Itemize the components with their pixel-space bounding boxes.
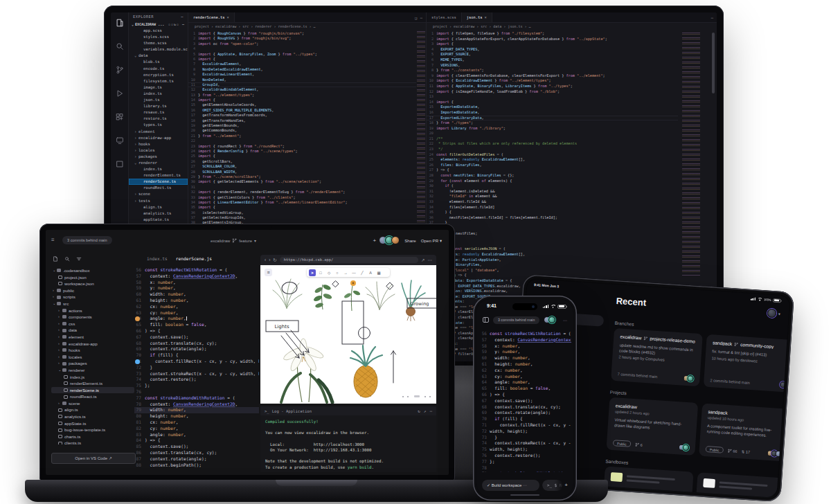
tree-item-roundreact-ts[interactable]: roundReact.ts [51, 393, 134, 400]
source-control-icon[interactable] [115, 65, 125, 75]
more-actions-icon[interactable]: ⋯ [563, 318, 567, 323]
tree-item-align-ts[interactable]: align.ts [129, 204, 188, 210]
tree-item-analytics-ts[interactable]: analytics.ts [51, 413, 134, 420]
refresh-icon[interactable]: ↻ [418, 408, 420, 413]
menu-icon[interactable]: ≡ [265, 269, 272, 276]
chevron-down-icon[interactable]: ▾ [778, 312, 780, 316]
tree-item-restore-ts[interactable]: restore.ts [129, 116, 188, 122]
avatar[interactable] [687, 375, 694, 382]
explorer-icon[interactable] [115, 18, 125, 28]
tree-item-public[interactable]: ›public [51, 287, 134, 294]
split-editor-icon[interactable]: ❏ [415, 15, 418, 20]
search-icon[interactable] [115, 42, 125, 51]
branch-card[interactable]: excalidraw projects-release-demoupdate r… [611, 328, 703, 386]
menu-icon[interactable]: ≡ [51, 237, 55, 243]
tab-styles[interactable]: styles.scss [427, 12, 462, 22]
excalidraw-canvas[interactable]: ≡ ➤ □ ◇ ○ → — ╱ A ▦ [260, 265, 436, 404]
tab-index[interactable]: index.ts [147, 256, 168, 261]
tree-item-element[interactable]: ›element [51, 334, 134, 341]
terminal-title[interactable]: Log - Application [272, 409, 312, 413]
minimap[interactable] [682, 33, 700, 276]
tree-item-renderscene-ts[interactable]: renderScene.ts [51, 387, 134, 394]
tree-item-excalidraw-app[interactable]: ›excalidraw-app [129, 135, 188, 141]
project-card[interactable]: sandpackupdated 10 hours agoA component … [699, 404, 790, 462]
external-link-icon[interactable]: ↗ [421, 258, 425, 263]
tree-item-clients-ts[interactable]: clients.ts [51, 440, 134, 444]
tree-item-resave-ts[interactable]: resave.ts [129, 109, 188, 116]
tab-json[interactable]: json.ts× [462, 12, 492, 22]
tree-item-styles-scss[interactable]: styles.scss [129, 34, 188, 40]
tree-item-data[interactable]: ›data [51, 327, 134, 334]
tree-item-app-scss[interactable]: app.scss [129, 28, 188, 34]
tree-item-charts-ts[interactable]: charts.ts [51, 433, 134, 440]
tree-item-index-js[interactable]: index.js [51, 374, 134, 381]
tree-item-index-ts[interactable]: index.ts [129, 166, 188, 172]
tree-item-variables-module-scss[interactable]: variables.module.scss [129, 46, 188, 53]
tree-item-roundrect-ts[interactable]: roundRect.ts [129, 185, 188, 191]
commits-badge[interactable]: 3 commits behind main [62, 236, 112, 244]
tree-item-analytics-ts[interactable]: analytics.ts [129, 210, 188, 217]
tree-item-bug-issue-template-ts[interactable]: bug-issue-template.ts [51, 426, 134, 433]
tree-item-appstate-ts[interactable]: appState.ts [51, 420, 134, 427]
code-editor[interactable]: 56const strokeRectWithRotation = (57 con… [481, 331, 571, 472]
terminal-pill[interactable]: >_ $ Ne [542, 480, 563, 491]
ellipse-tool[interactable]: ○ [334, 269, 341, 276]
tree-item-components[interactable]: ›components [51, 314, 134, 321]
extensions-icon[interactable] [115, 112, 125, 122]
open-pr-button[interactable]: Open PR ▾ [421, 238, 442, 243]
code-editor[interactable]: 56const strokeRectWithRotation = (57 con… [134, 267, 259, 475]
explorer-section-actions[interactable]: ▫▫↻▫ ⋯ [168, 21, 185, 28]
tree-item-packages[interactable]: ›packages [129, 154, 188, 160]
tree-item-css[interactable]: ›css [51, 321, 134, 327]
tree-item-scripts[interactable]: ›scripts [51, 294, 134, 300]
codesandbox-icon[interactable] [115, 159, 125, 169]
tree-item-hooks[interactable]: ›hooks [51, 347, 134, 354]
tree-item-library-ts[interactable]: library.ts [129, 103, 188, 109]
tree-item-element[interactable]: ›element [129, 129, 188, 135]
tree-item-locales[interactable]: ›locales [51, 354, 134, 361]
text-tool[interactable]: A [367, 269, 374, 276]
tree-item-types-ts[interactable]: types.ts [129, 122, 188, 128]
branch-selector[interactable]: excalidraw feature ▾ [211, 238, 256, 243]
more-actions-icon[interactable]: ⋯ [420, 15, 422, 20]
more-actions-icon[interactable]: ⋯ [429, 408, 432, 413]
line-tool[interactable]: — [350, 269, 357, 276]
search-icon[interactable] [64, 256, 70, 262]
canvas-label[interactable]: Lights [274, 324, 289, 330]
open-in-vscode-button[interactable]: Open in VS Code ↗ [51, 453, 136, 464]
tab-renderscene[interactable]: renderScene.js [176, 256, 212, 261]
avatar[interactable] [780, 381, 787, 388]
tree-item--codesandbox[interactable]: ⌄.codesandbox [51, 267, 134, 274]
arrow-tool[interactable]: → [342, 269, 349, 276]
tree-item-locales[interactable]: ›locales [129, 147, 188, 154]
canvas-label[interactable]: Growing [411, 301, 429, 307]
external-link-icon[interactable]: ↗ [424, 408, 427, 413]
tree-item-actions[interactable]: ›actions [51, 307, 134, 314]
terminal-output[interactable]: Compiled successfully! You can now view … [260, 415, 436, 472]
tree-item-scene[interactable]: ›scene [51, 400, 134, 407]
remote-explorer-icon[interactable] [115, 136, 125, 145]
close-icon[interactable]: × [226, 15, 229, 19]
tree-item-scene[interactable]: ›scene [129, 191, 188, 197]
avatar[interactable] [775, 451, 782, 458]
sidebar-toggle-icon[interactable] [483, 317, 489, 323]
tree-item-renderelement-ts[interactable]: renderElement.ts [51, 380, 134, 387]
tree-item-packages[interactable]: ›packages [51, 360, 134, 367]
workspace-section-label[interactable]: EXCALIDRAW ... [135, 21, 164, 28]
sandbox-card[interactable] [695, 472, 787, 498]
tree-item-project-json[interactable]: project.json [51, 274, 134, 281]
branch-card[interactable]: sandpack community-copyfix: format & lin… [704, 334, 790, 393]
tree-item-renderer[interactable]: ⌄renderer [129, 160, 188, 166]
tree-item-renderelement-ts[interactable]: renderElement.ts [129, 172, 188, 179]
forward-icon[interactable]: › [269, 258, 270, 262]
scrollbar[interactable] [712, 33, 715, 93]
image-tool[interactable]: ▦ [375, 269, 382, 276]
tree-item-excalidraw-app[interactable]: ›excalidraw-app [51, 341, 134, 348]
tab-renderscene[interactable]: renderScene.ts× [188, 12, 235, 22]
close-icon[interactable]: × [484, 15, 486, 19]
tree-item-encryption-ts[interactable]: encryption.ts [129, 72, 188, 78]
more-actions-icon[interactable]: ⋯ [428, 258, 433, 263]
sandbox-card[interactable] [602, 466, 694, 498]
refresh-icon[interactable]: ↻ [273, 258, 276, 263]
tree-item-workspace-json[interactable]: workspace.json [51, 280, 134, 287]
